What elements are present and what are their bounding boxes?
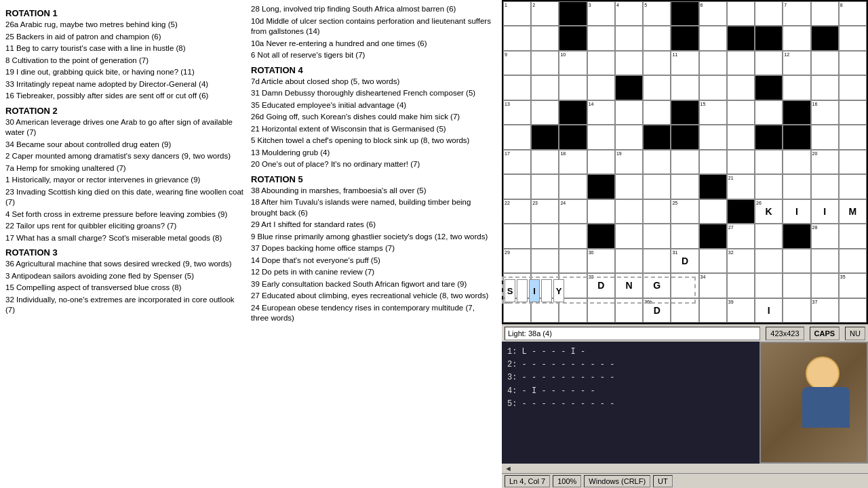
cell-6-12[interactable] [839,150,867,174]
clue-item[interactable]: 34 Became sour about controlled drug eat… [5,140,245,150]
cell-7-6[interactable] [671,174,698,199]
clue-item[interactable]: 26d Going off, such Korean's dishes coul… [251,112,491,123]
clue-item[interactable]: 15 Compelling aspect of transversed blue… [5,283,245,293]
cell-6-2[interactable]: 18 [559,150,587,174]
cell-4-11[interactable]: 16 [811,100,839,125]
cell-1-10[interactable] [783,26,810,50]
cell-9-8[interactable]: 27 [727,224,755,248]
cell-5-0[interactable] [503,125,531,149]
cell-7-5[interactable] [643,174,671,199]
cell-5-9[interactable] [755,125,783,149]
cell-2-2[interactable]: 10 [559,51,587,75]
cell-11-11[interactable] [811,273,839,298]
cell-9-3[interactable] [587,224,615,248]
clue-item[interactable]: 37 Dopes backing home office stamps (7) [251,243,491,254]
cell-5-3[interactable] [587,125,615,149]
clue-item[interactable]: 28 Long, involved trip finding South Afr… [251,4,491,15]
cell-11-5[interactable]: G [643,273,671,298]
cell-0-1[interactable]: 2 [531,1,559,26]
cell-9-11[interactable]: 28 [811,224,839,248]
cell-8-9[interactable]: 26K [755,199,783,224]
clue-item[interactable]: 36 Agricultural machine that sows desire… [5,259,245,270]
scroll-bar[interactable]: ◄ [502,464,868,473]
cell-10-9[interactable] [755,249,783,273]
cell-7-12[interactable] [839,174,867,199]
cell-11-7[interactable]: 34 [699,273,727,298]
cell-0-11[interactable] [811,1,839,26]
clue-item[interactable]: 31 Damn Debussy thoroughly disheartened … [251,88,491,99]
cell-3-12[interactable] [839,75,867,100]
cell-1-11[interactable] [811,26,839,50]
cell-6-1[interactable] [531,150,559,174]
clue-item[interactable]: 30 American leverage drives one Arab to … [5,117,245,138]
cell-12-1[interactable] [531,298,559,323]
clue-item[interactable]: 4 Set forth cross in extreme pressure be… [5,209,245,220]
clue-item[interactable]: 12 Do pets in with canine review (7) [251,267,491,278]
clue-item[interactable]: 21 Horizontal extent of Wisconsin that i… [251,124,491,135]
cell-4-12[interactable] [839,100,867,125]
cell-2-1[interactable] [531,51,559,75]
cell-8-2[interactable]: 24 [559,199,587,224]
clue-item[interactable]: 6 Not all of reserve's tigers bit (7) [251,50,491,61]
cell-4-10[interactable] [783,100,810,125]
cell-2-6[interactable]: 11 [671,51,698,75]
crossword-grid[interactable]: 1234567891011121314151617181920212223242… [502,0,868,324]
cell-12-0[interactable]: 36 [503,298,531,323]
cell-2-11[interactable] [811,51,839,75]
cell-1-7[interactable] [699,26,727,50]
clue-item[interactable]: 29 Art I shifted for standard rates (6) [251,220,491,230]
clue-item[interactable]: 39 Early consultation backed South Afric… [251,279,491,290]
cell-11-0[interactable] [503,273,531,298]
cell-12-11[interactable]: 37 [811,298,839,323]
clue-item[interactable]: 25 Backers in aid of patron and champion… [5,32,245,43]
clue-item[interactable]: 13 Mouldering grub (4) [251,148,491,159]
cell-8-8[interactable] [727,199,755,224]
cell-5-10[interactable] [783,125,810,149]
clue-item[interactable]: 2 Caper mounted among dramatist's sexy d… [5,151,245,162]
cell-1-12[interactable] [839,26,867,50]
clue-item[interactable]: 35 Educated employee's initial advantage… [251,100,491,111]
cell-7-7[interactable] [699,174,727,199]
cell-9-2[interactable] [559,224,587,248]
cell-6-5[interactable] [643,150,671,174]
cell-3-11[interactable] [811,75,839,100]
cell-10-2[interactable] [559,249,587,273]
cell-2-7[interactable] [699,51,727,75]
cell-0-3[interactable]: 3 [587,1,615,26]
cell-2-9[interactable] [755,51,783,75]
cell-10-8[interactable]: 32 [727,249,755,273]
cell-9-7[interactable] [699,224,727,248]
cell-4-3[interactable]: 14 [587,100,615,125]
clue-item[interactable]: 20 One's out of place? It's no ordinary … [251,159,491,170]
cell-9-9[interactable] [755,224,783,248]
cell-2-10[interactable]: 12 [783,51,810,75]
cell-12-10[interactable] [783,298,810,323]
cell-0-12[interactable]: 8 [839,1,867,26]
cell-8-0[interactable]: 22 [503,199,531,224]
cell-10-3[interactable]: 30 [587,249,615,273]
cell-8-6[interactable]: 25 [671,199,698,224]
clue-item[interactable]: 7d Article about closed shop (5, two wor… [251,77,491,87]
clue-item[interactable]: 32 Individually, no-one's extremes are i… [5,295,245,316]
cell-0-7[interactable]: 6 [699,1,727,26]
clue-item[interactable]: 10d Middle of ulcer section contains per… [251,16,491,37]
cell-8-10[interactable]: I [783,199,810,224]
cell-9-5[interactable] [643,224,671,248]
cell-8-4[interactable] [615,199,643,224]
cell-10-10[interactable] [783,249,810,273]
clue-item[interactable]: 19 I dine out, grabbing quick bite, or h… [5,67,245,78]
cell-0-2[interactable] [559,1,587,26]
cell-2-4[interactable] [615,51,643,75]
cell-4-0[interactable]: 13 [503,100,531,125]
cell-11-8[interactable] [727,273,755,298]
cell-10-12[interactable] [839,249,867,273]
cell-2-5[interactable] [643,51,671,75]
cell-0-6[interactable] [671,1,698,26]
cell-5-12[interactable] [839,125,867,149]
cell-2-8[interactable] [727,51,755,75]
cell-7-11[interactable] [811,174,839,199]
cell-3-6[interactable] [671,75,698,100]
cell-3-8[interactable] [727,75,755,100]
cell-6-7[interactable] [699,150,727,174]
crossword-grid-area[interactable]: 1234567891011121314151617181920212223242… [502,0,868,324]
